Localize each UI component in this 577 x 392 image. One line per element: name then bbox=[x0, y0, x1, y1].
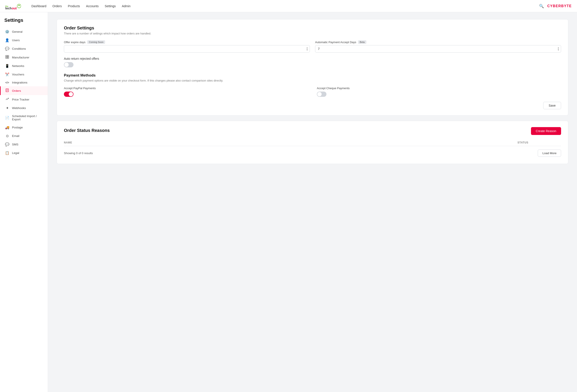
nav-admin[interactable]: Admin bbox=[122, 3, 131, 9]
col-name-header: NAME bbox=[64, 141, 517, 144]
sidebar-item-conditions[interactable]: 💬 Conditions bbox=[0, 44, 48, 53]
toggle-track-cheque: ✕ bbox=[317, 92, 326, 97]
auto-payment-spinner[interactable]: ▲ ▼ bbox=[557, 47, 559, 51]
sidebar-item-postage[interactable]: 🚚 Postage bbox=[0, 123, 48, 132]
email-icon: ⊙ bbox=[5, 134, 9, 138]
order-status-reasons-card: Order Status Reasons Create Reason NAME … bbox=[57, 121, 568, 164]
sidebar-label-users: Users bbox=[12, 38, 20, 42]
sidebar-item-general[interactable]: ⚙️ General bbox=[0, 28, 48, 36]
nav-links: Dashboard Orders Products Accounts Setti… bbox=[31, 3, 532, 9]
cheque-toggle[interactable]: ✕ bbox=[317, 92, 326, 97]
auto-spinner-down-icon[interactable]: ▼ bbox=[557, 49, 559, 51]
sidebar-label-scheduled: Scheduled Import / Export bbox=[12, 114, 43, 121]
sidebar-label-email: Email bbox=[12, 134, 19, 138]
cheque-payment-item: Accept Cheque Payments ✕ bbox=[317, 87, 561, 98]
offer-expire-spinner[interactable]: ▲ ▼ bbox=[306, 47, 308, 51]
svg-text:tech: tech bbox=[5, 6, 12, 10]
sidebar-label-postage: Postage bbox=[12, 126, 23, 129]
top-navigation: the tech out Dashboard Orders Products A… bbox=[0, 0, 577, 12]
col-status-header: STATUS bbox=[517, 141, 561, 144]
beta-badge: Beta bbox=[358, 40, 366, 44]
webhooks-icon: ✦ bbox=[5, 106, 9, 110]
nav-orders[interactable]: Orders bbox=[53, 3, 62, 9]
auto-payment-group: Automatic Payment Accept Days Beta ▲ ▼ bbox=[315, 40, 561, 53]
auto-return-toggle[interactable]: ✕ bbox=[64, 62, 73, 67]
spinner-up-icon[interactable]: ▲ bbox=[306, 47, 308, 49]
paypal-toggle[interactable]: ✓ bbox=[64, 92, 73, 97]
paypal-label: Accept PayPal Payments bbox=[64, 87, 308, 90]
reasons-header: Order Status Reasons Create Reason bbox=[64, 127, 561, 135]
sidebar-item-sms[interactable]: 💬 SMS bbox=[0, 140, 48, 149]
auto-return-row: Auto return rejected offers bbox=[64, 57, 561, 60]
postage-icon: 🚚 bbox=[5, 125, 9, 130]
payment-methods-subtitle: Change which payment options are visible… bbox=[64, 79, 561, 82]
sidebar-label-sms: SMS bbox=[12, 143, 18, 146]
sidebar-item-integrations[interactable]: </> Integrations bbox=[0, 79, 48, 86]
offer-expire-input[interactable] bbox=[64, 45, 310, 53]
sidebar-item-scheduled-import-export[interactable]: 📄 Scheduled Import / Export bbox=[0, 112, 48, 123]
logo[interactable]: the tech out bbox=[5, 2, 21, 10]
create-reason-button[interactable]: Create Reason bbox=[531, 127, 561, 135]
manufacturer-icon bbox=[5, 55, 9, 60]
sidebar: Settings ⚙️ General 👤 Users 💬 Conditions… bbox=[0, 12, 48, 392]
reasons-table-header: NAME STATUS bbox=[64, 139, 561, 146]
auto-payment-input-wrapper: ▲ ▼ bbox=[315, 45, 561, 53]
sidebar-title: Settings bbox=[0, 17, 48, 28]
svg-rect-6 bbox=[6, 57, 7, 58]
search-icon[interactable]: 🔍 bbox=[539, 4, 544, 8]
sidebar-label-orders: Orders bbox=[12, 89, 21, 92]
svg-rect-5 bbox=[7, 55, 9, 57]
sidebar-item-manufacturer[interactable]: Manufacturer bbox=[0, 53, 48, 62]
order-settings-subtitle: There are a number of settings which imp… bbox=[64, 32, 561, 35]
showing-results-text: Showing 0 of 0 results bbox=[64, 151, 93, 155]
gear-icon: ⚙️ bbox=[5, 30, 9, 34]
offer-expire-label: Offer expire days Coming Soon bbox=[64, 40, 310, 44]
sms-icon: 💬 bbox=[5, 142, 9, 146]
conditions-icon: 💬 bbox=[5, 47, 9, 51]
nav-products[interactable]: Products bbox=[68, 3, 80, 9]
legal-icon: 📋 bbox=[5, 151, 9, 155]
sidebar-item-webhooks[interactable]: ✦ Webhooks bbox=[0, 104, 48, 112]
auto-payment-input[interactable] bbox=[315, 45, 561, 53]
sidebar-item-price-tracker[interactable]: Price Tracker bbox=[0, 95, 48, 104]
sidebar-item-networks[interactable]: 📱 Networks bbox=[0, 62, 48, 70]
sidebar-item-orders[interactable]: Orders bbox=[0, 86, 48, 95]
paypal-payment-item: Accept PayPal Payments ✓ bbox=[64, 87, 308, 98]
toggle-thumb-cheque bbox=[317, 92, 322, 96]
order-settings-title: Order Settings bbox=[64, 26, 561, 31]
orders-icon bbox=[5, 89, 9, 93]
vouchers-icon: ✂️ bbox=[5, 72, 9, 76]
svg-rect-4 bbox=[6, 55, 7, 57]
payment-methods-row: Accept PayPal Payments ✓ Accept Cheque P… bbox=[64, 87, 561, 98]
sidebar-item-email[interactable]: ⊙ Email bbox=[0, 132, 48, 140]
auto-spinner-up-icon[interactable]: ▲ bbox=[557, 47, 559, 49]
nav-settings[interactable]: Settings bbox=[105, 3, 116, 9]
offer-expire-group: Offer expire days Coming Soon ▲ ▼ bbox=[64, 40, 310, 53]
integrations-icon: </> bbox=[5, 81, 9, 84]
save-button[interactable]: Save bbox=[543, 102, 561, 109]
sidebar-label-networks: Networks bbox=[12, 64, 24, 68]
cheque-label: Accept Cheque Payments bbox=[317, 87, 561, 90]
sidebar-label-webhooks: Webhooks bbox=[12, 107, 26, 110]
toggle-thumb-paypal: ✓ bbox=[69, 92, 73, 96]
nav-dashboard[interactable]: Dashboard bbox=[31, 3, 46, 9]
coming-soon-badge: Coming Soon bbox=[87, 40, 105, 44]
order-settings-footer: Save bbox=[64, 102, 561, 109]
svg-text:out: out bbox=[12, 6, 17, 10]
payment-methods-title: Payment Methods bbox=[64, 73, 561, 78]
nav-accounts[interactable]: Accounts bbox=[86, 3, 99, 9]
scheduled-icon: 📄 bbox=[5, 116, 9, 120]
user-icon: 👤 bbox=[5, 38, 9, 42]
sidebar-item-vouchers[interactable]: ✂️ Vouchers bbox=[0, 70, 48, 79]
offer-expire-input-wrapper: ▲ ▼ bbox=[64, 45, 310, 53]
svg-rect-7 bbox=[7, 57, 9, 58]
sidebar-item-legal[interactable]: 📋 Legal bbox=[0, 149, 48, 157]
order-status-reasons-title: Order Status Reasons bbox=[64, 128, 110, 133]
nav-right: 🔍 CYBERBYTE bbox=[539, 4, 572, 8]
price-tracker-icon bbox=[5, 97, 9, 102]
spinner-down-icon[interactable]: ▼ bbox=[306, 49, 308, 51]
sidebar-label-manufacturer: Manufacturer bbox=[12, 56, 30, 59]
load-more-button[interactable]: Load More bbox=[538, 149, 561, 157]
sidebar-label-vouchers: Vouchers bbox=[12, 73, 24, 76]
sidebar-item-users[interactable]: 👤 Users bbox=[0, 36, 48, 44]
